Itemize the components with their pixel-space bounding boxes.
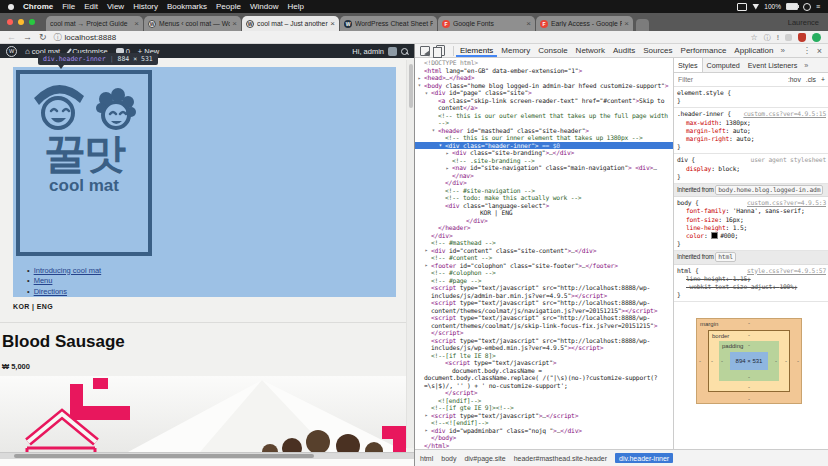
sidebar-tab-styles[interactable]: Styles xyxy=(674,58,703,72)
search-icon[interactable] xyxy=(401,48,408,55)
browser-tab[interactable]: FGoogle Fonts× xyxy=(438,16,535,31)
site-nav-link[interactable]: Introducing cool mat xyxy=(34,266,102,275)
clock-icon[interactable] xyxy=(803,3,811,11)
rule-source-link[interactable]: custom.css?ver=4.9.5:3 xyxy=(747,199,826,207)
inspect-element-icon[interactable] xyxy=(420,46,430,56)
tree-row[interactable]: <!-- #content --> xyxy=(415,254,673,262)
devtools-tab-console[interactable]: Console xyxy=(534,44,571,57)
reload-button[interactable]: ↻ xyxy=(39,33,47,42)
site-nav-link[interactable]: Directions xyxy=(34,287,67,296)
menubar-item[interactable]: History xyxy=(133,2,158,11)
close-devtools-icon[interactable]: × xyxy=(817,46,822,56)
style-rule[interactable]: style.css?ver=4.9.5:57html {line-height:… xyxy=(674,265,828,303)
browser-tab[interactable]: cool mat → Project Guide× xyxy=(46,16,143,31)
sidebar-tab-event-listeners[interactable]: Event Listeners xyxy=(744,58,802,72)
tree-row[interactable]: ▸<head>…</head> xyxy=(415,74,673,82)
bookmark-star-icon[interactable]: ☆ xyxy=(750,33,757,42)
box-model-padding[interactable]: padding----894 × 531 xyxy=(719,341,779,381)
tree-row[interactable]: </script> xyxy=(415,389,673,397)
wp-logo-menu[interactable]: W xyxy=(6,46,17,57)
menubar-item[interactable]: People xyxy=(216,2,241,11)
tree-row[interactable]: document.body.className.replace( /("|\s)… xyxy=(415,374,673,389)
tree-row[interactable]: ▸<script type="text/javascript">…</scrip… xyxy=(415,412,673,420)
device-toolbar-icon[interactable] xyxy=(436,45,445,56)
sidebar-tab-computed[interactable]: Computed xyxy=(703,58,744,72)
site-logo[interactable]: 꿀맛 cool mat xyxy=(16,70,152,256)
display-icon[interactable] xyxy=(737,3,747,11)
tree-row[interactable]: <!--[if gte IE 9]><!--> xyxy=(415,404,673,412)
breadcrumb-item[interactable]: header#masthead.site-header xyxy=(514,455,607,462)
devtools-tab-memory[interactable]: Memory xyxy=(497,44,534,57)
green-extension-icon[interactable] xyxy=(812,33,821,42)
page-vertical-scrollbar-thumb[interactable] xyxy=(409,64,413,108)
tree-row[interactable]: ▸<nav id="site-navigation" class="main-n… xyxy=(415,164,673,179)
style-rule[interactable]: element.style {} xyxy=(674,87,828,108)
tree-row[interactable]: ▸<footer id="colophon" class="site-foote… xyxy=(415,262,673,270)
tree-row[interactable]: <!--<![endif]--> xyxy=(415,419,673,427)
tree-row[interactable]: <!-- .site-branding --> xyxy=(415,157,673,165)
pseudo-state-toggle[interactable]: :hov xyxy=(788,76,801,83)
wp-greeting[interactable]: Hi, admin xyxy=(352,47,384,56)
css-property[interactable]: max-width: 1380px; xyxy=(677,119,826,127)
tree-row[interactable]: <!-- todo: make this actually work --> xyxy=(415,194,673,202)
tree-row[interactable]: <!DOCTYPE html> xyxy=(415,59,673,67)
tab-close-icon[interactable]: × xyxy=(232,19,237,28)
notification-center-icon[interactable]: ≡ xyxy=(816,3,820,10)
info-extension-icon[interactable]: ⓘ xyxy=(764,34,771,41)
css-property[interactable]: line-height: 1.15; xyxy=(677,275,826,283)
tree-row[interactable]: <!-- #site-navigation --> xyxy=(415,187,673,195)
menubar-item[interactable]: Bookmarks xyxy=(167,2,207,11)
devtools-tab-network[interactable]: Network xyxy=(572,44,609,57)
tree-row[interactable]: <script type="text/javascript" src="http… xyxy=(415,284,673,299)
tree-row[interactable]: <!-- #masthead --> xyxy=(415,239,673,247)
tree-row[interactable]: <!--[if lte IE 8]> xyxy=(415,352,673,360)
css-property[interactable]: display: block; xyxy=(677,165,826,173)
rule-source-link[interactable]: style.css?ver=4.9.5:57 xyxy=(747,267,826,275)
style-rule[interactable]: custom.css?ver=4.9.5:3body {font-family:… xyxy=(674,197,828,251)
tree-row[interactable]: ▸<div class="site-branding">…</div> xyxy=(415,149,673,157)
inherited-from-node[interactable]: html xyxy=(715,252,736,262)
tree-row[interactable]: document.body.className = xyxy=(415,367,673,375)
css-property[interactable]: margin-right: auto; xyxy=(677,135,826,143)
page-vertical-scrollbar[interactable] xyxy=(406,60,414,448)
tree-row[interactable]: </header> xyxy=(415,224,673,232)
css-property[interactable]: font-family: 'Hanna', sans-serif; xyxy=(677,207,826,215)
css-property[interactable]: margin-left: auto; xyxy=(677,127,826,135)
new-tab-button[interactable] xyxy=(636,19,649,31)
tree-row[interactable]: <!-- this is our inner element that take… xyxy=(415,134,673,142)
tab-close-icon[interactable]: × xyxy=(330,19,335,28)
tree-row[interactable]: ▸<div id="content" class="site-content">… xyxy=(415,247,673,255)
browser-tab[interactable]: Wcool mat – Just another Word× xyxy=(242,16,339,31)
tree-row[interactable]: <script type="text/javascript" src="http… xyxy=(415,299,673,314)
menubar-item[interactable]: Chrome xyxy=(23,2,53,11)
style-rule[interactable]: user agent stylesheetdiv {display: block… xyxy=(674,154,828,184)
box-model-content[interactable]: 894 × 531 xyxy=(730,352,768,370)
box-model-diagram[interactable]: margin----border----padding----894 × 531 xyxy=(696,318,802,404)
tree-row[interactable]: <div class="language-select"> xyxy=(415,202,673,210)
color-swatch[interactable] xyxy=(711,232,718,239)
shield-extension-icon[interactable] xyxy=(798,33,806,42)
tree-row[interactable]: </div> xyxy=(415,232,673,240)
tree-row[interactable]: ▾<div id="page" class="site"> xyxy=(415,89,673,97)
tab-close-icon[interactable]: × xyxy=(624,19,629,28)
browser-tab[interactable]: WMenus ‹ cool mat — WordPre× xyxy=(144,16,241,31)
devtools-tab-sources[interactable]: Sources xyxy=(639,44,676,57)
rule-source-link[interactable]: custom.css?ver=4.9.5:15 xyxy=(743,110,826,118)
inherited-from-node[interactable]: body.home.blog.logged-in.adm xyxy=(715,185,823,195)
menubar-item[interactable]: File xyxy=(62,2,75,11)
site-nav-link[interactable]: Menu xyxy=(34,276,53,285)
tree-row[interactable]: ▾<header id="masthead" class="site-heade… xyxy=(415,127,673,135)
kebab-menu-icon[interactable]: ⋮ xyxy=(803,46,811,55)
page-horizontal-scrollbar[interactable] xyxy=(0,452,414,459)
tree-row[interactable]: <a class="skip-link screen-reader-text" … xyxy=(415,97,673,112)
expand-arrow-icon[interactable]: ▸ xyxy=(444,165,451,173)
tree-row[interactable]: </div> xyxy=(415,217,673,225)
tree-row[interactable]: ▾<body class="home blog logged-in admin-… xyxy=(415,82,673,90)
post-title[interactable]: Blood Sausage xyxy=(2,332,125,352)
tab-close-icon[interactable]: × xyxy=(134,19,139,28)
menubar-item[interactable]: Edit xyxy=(84,2,98,11)
menubar-item[interactable]: Help xyxy=(287,2,303,11)
post-featured-image[interactable] xyxy=(0,376,406,452)
tree-row[interactable]: <script type="text/javascript" src="http… xyxy=(415,337,673,352)
address-bar[interactable]: ⓘ localhost:8888 xyxy=(54,32,117,43)
